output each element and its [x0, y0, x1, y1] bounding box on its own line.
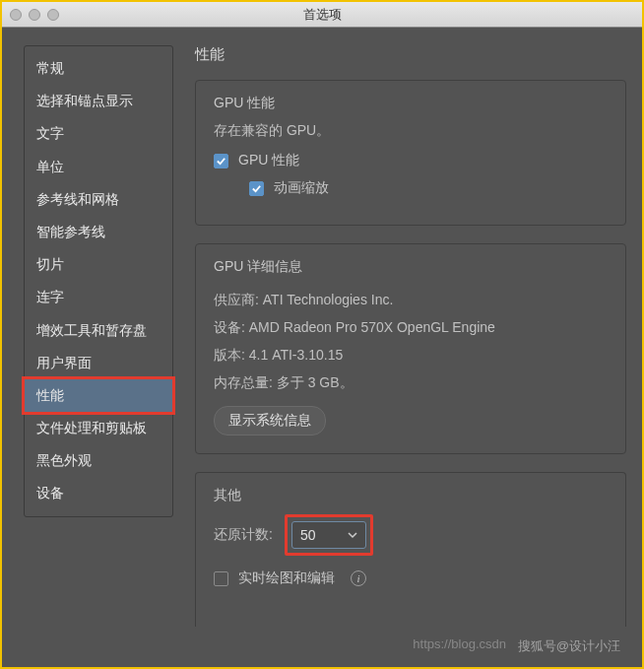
info-icon[interactable]: i [351, 570, 366, 586]
sidebar-item-smart-guides[interactable]: 智能参考线 [25, 216, 172, 248]
realtime-draw-label: 实时绘图和编辑 [238, 569, 335, 587]
gpu-status-text: 存在兼容的 GPU。 [214, 122, 608, 140]
undo-count-value: 50 [300, 527, 316, 543]
sidebar-item-units[interactable]: 单位 [25, 151, 172, 183]
vendor-label: 供应商: [214, 292, 259, 307]
sidebar-item-ui[interactable]: 用户界面 [25, 347, 172, 379]
window-controls[interactable] [10, 9, 59, 21]
other-panel-title: 其他 [214, 487, 608, 504]
memory-value: 多于 3 GB。 [277, 374, 354, 390]
gpu-details-panel: GPU 详细信息 供应商: ATI Technologies Inc. 设备: … [195, 243, 626, 454]
titlebar: 首选项 [2, 2, 642, 28]
sidebar-item-selection[interactable]: 选择和锚点显示 [25, 85, 172, 117]
sidebar-item-hyphenation[interactable]: 连字 [25, 281, 172, 313]
device-value: AMD Radeon Pro 570X OpenGL Engine [249, 319, 495, 335]
sidebar: 常规 选择和锚点显示 文字 单位 参考线和网格 智能参考线 切片 连字 增效工具… [24, 45, 173, 517]
animated-zoom-checkbox[interactable] [249, 181, 264, 196]
undo-count-select[interactable]: 50 [291, 521, 366, 549]
sidebar-item-type[interactable]: 文字 [25, 117, 172, 150]
chevron-down-icon [348, 530, 357, 540]
vendor-value: ATI Technologies Inc. [263, 292, 394, 307]
show-system-info-button[interactable]: 显示系统信息 [214, 406, 326, 435]
sidebar-item-file-handling[interactable]: 文件处理和剪贴板 [25, 412, 172, 444]
maximize-icon[interactable] [47, 9, 59, 21]
version-value: 4.1 ATI-3.10.15 [249, 347, 343, 363]
memory-label: 内存总量: [214, 374, 273, 390]
gpu-details-title: GPU 详细信息 [214, 258, 608, 276]
watermark-url: https://blog.csdn [413, 636, 506, 651]
gpu-performance-label: GPU 性能 [238, 152, 299, 169]
realtime-draw-checkbox[interactable] [214, 571, 228, 586]
sidebar-item-slices[interactable]: 切片 [25, 248, 172, 281]
device-label: 设备: [214, 319, 245, 335]
gpu-performance-panel: GPU 性能 存在兼容的 GPU。 GPU 性能 动画缩放 [195, 80, 626, 226]
sidebar-item-devices[interactable]: 设备 [25, 477, 172, 509]
sidebar-item-general[interactable]: 常规 [25, 52, 172, 85]
other-panel: 其他 还原计数: 50 实时绘图和编辑 i [195, 472, 626, 627]
page-title: 性能 [195, 45, 642, 64]
close-icon[interactable] [10, 9, 22, 21]
sidebar-item-guides[interactable]: 参考线和网格 [25, 183, 172, 216]
animated-zoom-label: 动画缩放 [274, 179, 329, 197]
gpu-panel-title: GPU 性能 [214, 95, 608, 112]
version-label: 版本: [214, 347, 245, 363]
sidebar-item-black-appearance[interactable]: 黑色外观 [25, 444, 172, 477]
minimize-icon[interactable] [29, 9, 40, 21]
watermark-text: 搜狐号@设计小汪 [518, 637, 620, 655]
sidebar-item-plugins[interactable]: 增效工具和暂存盘 [25, 314, 172, 347]
sidebar-item-performance[interactable]: 性能 [25, 379, 172, 412]
window-title: 首选项 [303, 6, 342, 24]
gpu-performance-checkbox[interactable] [214, 154, 228, 168]
undo-count-label: 还原计数: [214, 526, 273, 544]
